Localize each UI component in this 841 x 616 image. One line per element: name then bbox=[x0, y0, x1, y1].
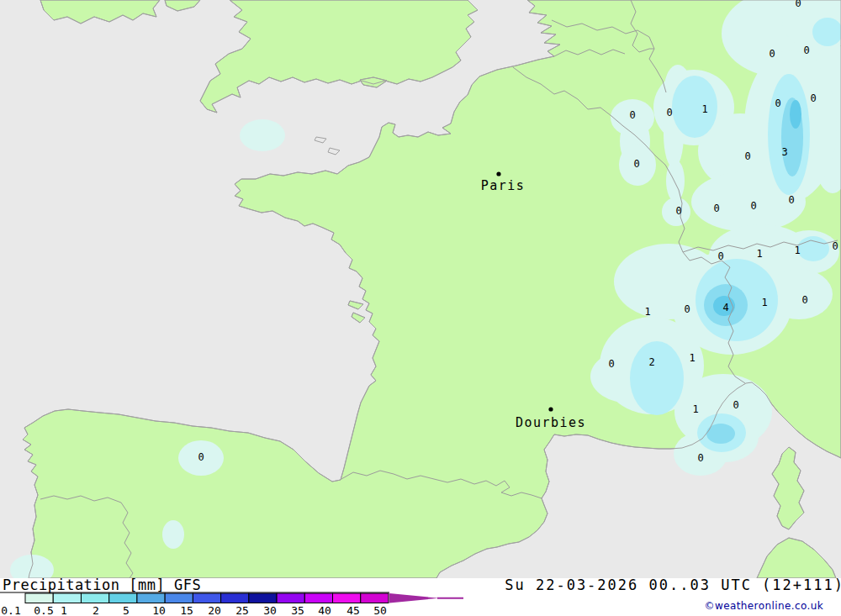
legend-tick-label: 45 bbox=[346, 604, 360, 616]
legend-color-cell bbox=[53, 593, 81, 603]
precip-value-label: 1 bbox=[761, 297, 767, 308]
precipitation-map: 0000010030000000110104100211000 ParisDou… bbox=[0, 0, 841, 616]
precip-area-level1 bbox=[797, 236, 829, 261]
precip-value-label: 0 bbox=[717, 250, 723, 262]
legend-color-cell bbox=[333, 593, 361, 603]
credit-link[interactable]: ©weatheronline.co.uk bbox=[705, 600, 823, 612]
precip-area-level3 bbox=[790, 100, 801, 129]
city-marker-paris bbox=[496, 171, 500, 176]
legend-color-cell bbox=[304, 593, 332, 603]
precip-value-label: 1 bbox=[644, 306, 650, 318]
precip-value-label: 0 bbox=[608, 358, 614, 370]
precip-value-label: 0 bbox=[769, 48, 775, 60]
precip-value-label: 0 bbox=[713, 203, 719, 214]
city-marker-dourbies bbox=[548, 407, 553, 411]
footer-bar: Precipitation [mm] GFS Su 22-03-2026 00.… bbox=[0, 577, 841, 616]
precip-value-label: 0 bbox=[697, 452, 703, 464]
legend-color-cell bbox=[25, 593, 53, 603]
precip-value-label: 0 bbox=[744, 150, 750, 162]
legend-color-cell bbox=[193, 593, 220, 603]
precip-value-label: 0 bbox=[750, 200, 756, 212]
precip-value-label: 1 bbox=[756, 248, 762, 260]
precip-value-label: 0 bbox=[788, 194, 794, 206]
precip-value-label: 0 bbox=[198, 451, 204, 463]
legend-tick-label: 50 bbox=[373, 604, 387, 616]
legend-tick-label: 20 bbox=[208, 604, 221, 616]
precip-value-label: 2 bbox=[648, 356, 654, 368]
precip-value-label: 0 bbox=[675, 205, 681, 217]
precip-value-label: 0 bbox=[629, 109, 635, 121]
legend-tick-label: 10 bbox=[152, 604, 166, 616]
datetime-label: Su 22-03-2026 00..03 UTC (12+111) bbox=[505, 577, 841, 593]
precip-area-level0 bbox=[666, 160, 685, 202]
precip-value-label: 0 bbox=[832, 240, 838, 252]
city-label-paris: Paris bbox=[481, 178, 526, 193]
legend-tick-label: 35 bbox=[291, 604, 304, 616]
legend-color-cell bbox=[249, 593, 277, 603]
precip-value-label: 1 bbox=[701, 103, 707, 115]
map-area: 0000010030000000110104100211000 ParisDou… bbox=[0, 0, 841, 585]
precip-value-label: 1 bbox=[689, 352, 695, 364]
legend-tick-label: 0.5 bbox=[34, 604, 53, 616]
legend-tick-label: 15 bbox=[180, 604, 193, 616]
precip-value-label: 0 bbox=[684, 303, 690, 315]
precip-value-label: 0 bbox=[795, 0, 801, 9]
legend-title: Precipitation [mm] GFS bbox=[3, 577, 201, 593]
legend-tick-label: 5 bbox=[123, 604, 130, 616]
legend-tick-label: 0.1 bbox=[1, 604, 20, 616]
legend-topline bbox=[0, 592, 389, 593]
precip-area-level0 bbox=[240, 119, 285, 151]
legend-color-cell bbox=[361, 593, 389, 603]
legend-tick-label: 40 bbox=[318, 604, 331, 616]
precip-value-label: 3 bbox=[781, 146, 787, 158]
legend-tick-label: 30 bbox=[263, 604, 277, 616]
precip-value-label: 1 bbox=[794, 245, 800, 256]
precip-value-label: 0 bbox=[810, 92, 816, 104]
legend-tick-label: 25 bbox=[235, 604, 249, 616]
legend-color-cell bbox=[81, 593, 108, 603]
precip-value-label: 4 bbox=[722, 302, 728, 313]
precip-value-label: 1 bbox=[692, 403, 698, 415]
legend-arrow-tail bbox=[437, 598, 463, 599]
precip-value-label: 0 bbox=[801, 294, 807, 306]
precip-value-label: 0 bbox=[775, 97, 780, 109]
legend-colorbar bbox=[25, 593, 463, 603]
precip-area-level1 bbox=[672, 76, 717, 138]
legend-color-cell bbox=[221, 593, 249, 603]
precip-value-label: 0 bbox=[733, 399, 738, 411]
precip-value-label: 0 bbox=[803, 45, 809, 56]
legend-tick-label: 2 bbox=[93, 604, 99, 616]
precip-value-label: 0 bbox=[633, 158, 639, 170]
city-label-dourbies: Dourbies bbox=[516, 415, 586, 430]
legend-color-cell bbox=[277, 593, 304, 603]
legend-tick-label: 1 bbox=[61, 604, 67, 616]
legend-color-cell bbox=[137, 593, 165, 603]
precip-area-level0 bbox=[162, 520, 184, 549]
legend-color-cell bbox=[165, 593, 193, 603]
legend-color-cell bbox=[109, 593, 137, 603]
precip-value-label: 0 bbox=[666, 107, 672, 118]
precip-area-level1 bbox=[630, 341, 684, 415]
weather-map-page: 0000010030000000110104100211000 ParisDou… bbox=[0, 0, 841, 616]
